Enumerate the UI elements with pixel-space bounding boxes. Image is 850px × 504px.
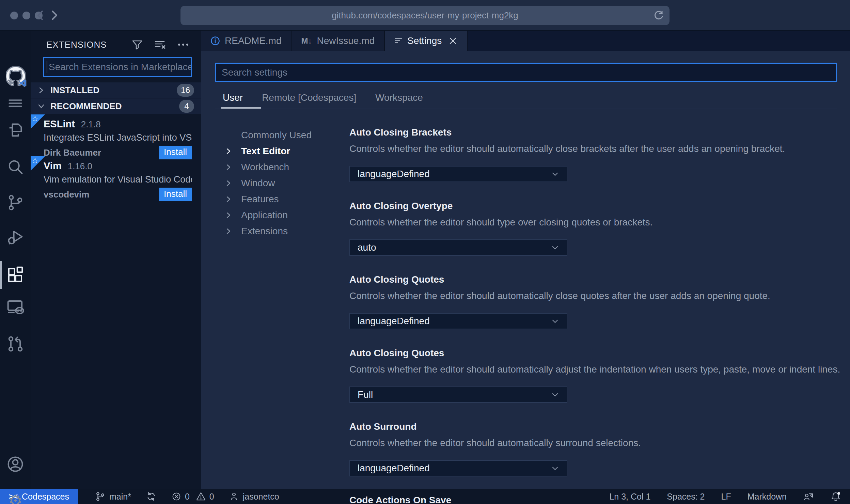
scope-tab-workspace[interactable]: Workspace bbox=[375, 92, 423, 108]
setting-entry: Auto Closing Overtype Controls whether t… bbox=[349, 201, 837, 256]
filter-icon[interactable] bbox=[131, 39, 143, 50]
chevron-down-icon bbox=[551, 464, 559, 472]
extension-name: Vim bbox=[44, 160, 62, 172]
chevron-down-icon bbox=[551, 391, 559, 399]
scope-tab-user[interactable]: User bbox=[223, 92, 243, 108]
tree-item-workbench[interactable]: Workbench bbox=[215, 159, 349, 175]
more-actions-icon[interactable] bbox=[177, 39, 189, 50]
github-home-icon[interactable] bbox=[6, 67, 25, 86]
extension-list-item-eslint[interactable]: ☆ ESLint 2.1.8 Integrates ESLint JavaScr… bbox=[31, 114, 201, 156]
chevron-right-icon bbox=[225, 179, 232, 187]
browser-forward-icon[interactable] bbox=[48, 10, 60, 21]
extensions-sidebar: EXTENSIONS bbox=[31, 31, 201, 489]
chevron-down-icon bbox=[551, 317, 559, 325]
setting-title: Auto Surround bbox=[349, 421, 837, 432]
address-bar[interactable]: github.com/codespaces/user-my-project-mg… bbox=[180, 6, 670, 25]
active-view-indicator bbox=[0, 261, 2, 289]
chevron-down-icon bbox=[37, 103, 45, 110]
tree-item-extensions[interactable]: Extensions bbox=[215, 223, 349, 239]
install-button[interactable]: Install bbox=[159, 188, 192, 201]
warnings-icon bbox=[196, 491, 206, 502]
browser-back-icon[interactable] bbox=[35, 10, 46, 21]
chevron-right-icon bbox=[225, 227, 232, 235]
explorer-icon[interactable] bbox=[6, 121, 25, 140]
window-minimize-button[interactable] bbox=[22, 12, 30, 19]
extension-list-item-vim[interactable]: ☆ Vim 1.16.0 Vim emulation for Visual St… bbox=[31, 156, 201, 198]
setting-dropdown[interactable]: languageDefined bbox=[349, 313, 567, 329]
settings-editor: User Remote [Codespaces] Workspace Commo… bbox=[201, 51, 850, 489]
dropdown-value: auto bbox=[358, 242, 376, 253]
setting-description: Controls whether the editor should autom… bbox=[349, 143, 837, 154]
recommended-ribbon: ☆ bbox=[31, 156, 45, 171]
clear-extensions-icon[interactable] bbox=[154, 39, 166, 50]
setting-dropdown[interactable]: languageDefined bbox=[349, 166, 567, 182]
setting-dropdown[interactable]: Full bbox=[349, 387, 567, 403]
star-icon: ☆ bbox=[32, 156, 38, 165]
setting-title: Auto Closing Quotes bbox=[349, 348, 837, 359]
setting-dropdown[interactable]: auto bbox=[349, 239, 567, 256]
recommended-ribbon: ☆ bbox=[31, 114, 45, 129]
problems-item[interactable]: 0 0 bbox=[171, 491, 214, 502]
setting-description: Controls whether the editor should autom… bbox=[349, 364, 837, 375]
markdown-icon: M↓ bbox=[301, 36, 312, 46]
tree-item-application[interactable]: Application bbox=[215, 207, 349, 223]
settings-search-input[interactable] bbox=[216, 67, 836, 78]
extensions-search-input[interactable] bbox=[47, 62, 191, 73]
tree-item-text-editor[interactable]: Text Editor bbox=[215, 143, 349, 159]
tree-item-commonly-used[interactable]: Commonly Used bbox=[215, 127, 349, 143]
setting-description: Controls whether the editor should autom… bbox=[349, 290, 837, 301]
dropdown-value: languageDefined bbox=[358, 463, 430, 474]
extensions-search-box[interactable] bbox=[43, 57, 192, 77]
tree-item-window[interactable]: Window bbox=[215, 175, 349, 191]
setting-entry: Auto Closing Quotes Controls whether the… bbox=[349, 274, 837, 329]
errors-count: 0 bbox=[185, 492, 190, 502]
tree-item-features[interactable]: Features bbox=[215, 191, 349, 207]
window-close-button[interactable] bbox=[10, 12, 18, 19]
tab-label: Settings bbox=[407, 35, 442, 46]
account-icon[interactable] bbox=[6, 455, 25, 474]
section-installed[interactable]: INSTALLED 16 bbox=[31, 82, 201, 98]
codespaces-label: Codespaces bbox=[22, 492, 69, 502]
search-icon[interactable] bbox=[6, 158, 25, 177]
branch-label: main* bbox=[109, 492, 131, 502]
refresh-icon[interactable] bbox=[652, 9, 665, 21]
section-recommended[interactable]: RECOMMENDED 4 bbox=[31, 98, 201, 114]
setting-entry: Auto Surround Controls whether the edito… bbox=[349, 421, 837, 476]
chevron-right-icon bbox=[225, 147, 232, 155]
setting-title: Auto Closing Quotes bbox=[349, 274, 837, 285]
chevron-right-icon bbox=[225, 195, 232, 203]
sync-item[interactable] bbox=[146, 491, 156, 502]
dropdown-value: languageDefined bbox=[358, 169, 430, 179]
settings-tree: Commonly Used Text Editor Workbench bbox=[215, 127, 349, 504]
run-debug-icon[interactable] bbox=[6, 228, 25, 247]
setting-title: Auto Closing Brackets bbox=[349, 127, 837, 138]
close-icon[interactable] bbox=[448, 36, 457, 45]
extensions-icon[interactable] bbox=[6, 265, 25, 284]
extension-publisher: vscodevim bbox=[44, 189, 89, 200]
source-control-icon[interactable] bbox=[6, 193, 25, 212]
setting-dropdown[interactable]: languageDefined bbox=[349, 460, 567, 476]
tab-newissue[interactable]: M↓ NewIssue.md bbox=[292, 31, 385, 51]
sync-icon bbox=[146, 491, 156, 502]
browser-chrome: github.com/codespaces/user-my-project-mg… bbox=[0, 0, 850, 31]
settings-search-box[interactable] bbox=[215, 63, 837, 82]
settings-gear-icon[interactable]: ⚙ bbox=[6, 491, 25, 504]
activity-bar: ⚙ bbox=[0, 31, 31, 489]
warnings-count: 0 bbox=[209, 492, 214, 502]
setting-title: Auto Closing Overtype bbox=[349, 201, 837, 211]
sidebar-title: EXTENSIONS bbox=[46, 40, 107, 50]
github-pull-requests-icon[interactable] bbox=[6, 334, 25, 353]
editor-tab-strip: README.md M↓ NewIssue.md Settings bbox=[201, 31, 850, 51]
section-count-badge: 4 bbox=[179, 100, 194, 113]
tab-settings[interactable]: Settings bbox=[385, 31, 468, 51]
branch-item[interactable]: main* bbox=[95, 491, 131, 502]
chevron-down-icon bbox=[551, 243, 559, 252]
menu-icon[interactable] bbox=[6, 94, 25, 113]
remote-explorer-icon[interactable] bbox=[6, 298, 25, 317]
settings-scope-tabs: User Remote [Codespaces] Workspace bbox=[223, 92, 837, 108]
scope-tab-remote[interactable]: Remote [Codespaces] bbox=[262, 92, 356, 108]
section-count-badge: 16 bbox=[177, 84, 194, 97]
tab-readme[interactable]: README.md bbox=[201, 31, 292, 51]
chevron-right-icon bbox=[225, 163, 232, 171]
tab-label: NewIssue.md bbox=[317, 35, 375, 46]
